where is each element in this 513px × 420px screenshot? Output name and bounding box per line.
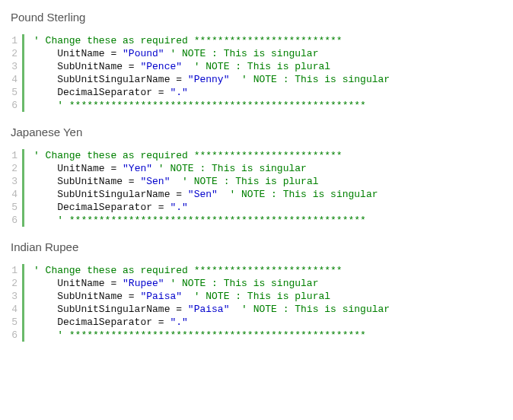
code-content: ' Change these as required *************… bbox=[24, 149, 378, 227]
code-line: SubUnitSingularName = "Sen" ' NOTE : Thi… bbox=[33, 188, 378, 201]
code-token: ' NOTE : This is singular bbox=[218, 189, 378, 200]
code-line: ' **************************************… bbox=[33, 99, 390, 112]
code-token: ' Change these as required *************… bbox=[33, 35, 343, 46]
code-token: "." bbox=[170, 87, 187, 98]
line-number: 2 bbox=[11, 277, 18, 290]
code-token: UnitName bbox=[33, 48, 110, 59]
line-number: 4 bbox=[11, 73, 18, 86]
line-number: 6 bbox=[11, 214, 18, 227]
code-token: UnitName bbox=[33, 278, 110, 289]
code-token: "Paisa" bbox=[188, 304, 230, 315]
line-number: 6 bbox=[11, 329, 18, 342]
code-line: SubUnitName = "Pence" ' NOTE : This is p… bbox=[33, 60, 390, 73]
code-token: ' NOTE : This is singular bbox=[164, 278, 319, 289]
code-line: UnitName = "Pound" ' NOTE : This is sing… bbox=[33, 47, 390, 60]
code-token: ' NOTE : This is plural bbox=[170, 176, 318, 187]
line-number: 6 bbox=[11, 99, 18, 112]
code-token: = bbox=[158, 87, 170, 98]
code-token: = bbox=[129, 176, 141, 187]
code-token: = bbox=[176, 189, 188, 200]
line-number: 3 bbox=[11, 175, 18, 188]
code-line: ' Change these as required *************… bbox=[33, 34, 390, 47]
code-token: SubUnitSingularName bbox=[33, 304, 176, 315]
code-token: SubUnitSingularName bbox=[33, 74, 176, 85]
code-token: = bbox=[110, 278, 123, 289]
code-token: = bbox=[158, 202, 170, 213]
section-heading: Pound Sterling bbox=[11, 11, 502, 24]
code-token: = bbox=[129, 291, 141, 302]
line-number-gutter: 123456 bbox=[11, 149, 24, 227]
code-line: SubUnitName = "Sen" ' NOTE : This is plu… bbox=[33, 175, 378, 188]
code-token: ' NOTE : This is plural bbox=[182, 61, 330, 72]
code-token: "Paisa" bbox=[140, 291, 182, 302]
code-line: DecimalSeparator = "." bbox=[33, 86, 390, 99]
code-token: ' **************************************… bbox=[33, 215, 366, 226]
code-token: SubUnitSingularName bbox=[33, 189, 176, 200]
line-number-gutter: 123456 bbox=[11, 34, 24, 112]
code-token: "Pound" bbox=[123, 48, 164, 59]
code-token: "Pence" bbox=[140, 61, 182, 72]
code-token: ' NOTE : This is plural bbox=[182, 291, 330, 302]
code-block: 123456' Change these as required *******… bbox=[11, 34, 502, 112]
line-number: 5 bbox=[11, 86, 18, 99]
code-line: ' Change these as required *************… bbox=[33, 149, 378, 162]
code-token: "Yen" bbox=[123, 163, 152, 174]
code-token: ' NOTE : This is singular bbox=[152, 163, 307, 174]
code-line: SubUnitName = "Paisa" ' NOTE : This is p… bbox=[33, 290, 390, 303]
document-root: Pound Sterling123456' Change these as re… bbox=[11, 11, 502, 342]
code-block: 123456' Change these as required *******… bbox=[11, 149, 502, 227]
code-token: DecimalSeparator bbox=[33, 317, 158, 328]
code-token: "Rupee" bbox=[123, 278, 164, 289]
code-token: "Penny" bbox=[188, 74, 230, 85]
code-token: = bbox=[129, 61, 141, 72]
line-number: 3 bbox=[11, 290, 18, 303]
code-token: UnitName bbox=[33, 163, 110, 174]
line-number: 1 bbox=[11, 264, 18, 277]
code-token: = bbox=[110, 163, 123, 174]
code-token: = bbox=[176, 304, 188, 315]
line-number: 5 bbox=[11, 316, 18, 329]
code-token: ' Change these as required *************… bbox=[33, 265, 343, 276]
code-line: UnitName = "Yen" ' NOTE : This is singul… bbox=[33, 162, 378, 175]
line-number: 2 bbox=[11, 162, 18, 175]
code-line: DecimalSeparator = "." bbox=[33, 316, 390, 329]
code-token: DecimalSeparator bbox=[33, 202, 158, 213]
code-token: ' **************************************… bbox=[33, 100, 366, 111]
code-token: SubUnitName bbox=[33, 291, 129, 302]
code-line: ' **************************************… bbox=[33, 214, 378, 227]
code-token: ' NOTE : This is singular bbox=[229, 304, 390, 315]
code-line: UnitName = "Rupee" ' NOTE : This is sing… bbox=[33, 277, 390, 290]
code-line: DecimalSeparator = "." bbox=[33, 201, 378, 214]
section-heading: Japanese Yen bbox=[11, 126, 502, 138]
code-token: "." bbox=[170, 317, 187, 328]
section-heading: Indian Rupee bbox=[11, 240, 502, 253]
code-line: SubUnitSingularName = "Penny" ' NOTE : T… bbox=[33, 73, 390, 86]
code-content: ' Change these as required *************… bbox=[24, 264, 390, 342]
line-number: 1 bbox=[11, 34, 18, 47]
code-token: ' NOTE : This is singular bbox=[229, 74, 390, 85]
line-number: 4 bbox=[11, 188, 18, 201]
code-token: SubUnitName bbox=[33, 176, 129, 187]
code-line: ' Change these as required *************… bbox=[33, 264, 390, 277]
code-token: DecimalSeparator bbox=[33, 87, 158, 98]
code-token: "." bbox=[170, 202, 187, 213]
code-token: = bbox=[110, 48, 123, 59]
code-token: = bbox=[158, 317, 170, 328]
code-token: = bbox=[176, 74, 188, 85]
code-token: "Sen" bbox=[140, 176, 170, 187]
code-line: SubUnitSingularName = "Paisa" ' NOTE : T… bbox=[33, 303, 390, 316]
line-number: 2 bbox=[11, 47, 18, 60]
line-number: 5 bbox=[11, 201, 18, 214]
code-token: ' **************************************… bbox=[33, 329, 366, 341]
line-number: 1 bbox=[11, 149, 18, 162]
code-token: "Sen" bbox=[188, 189, 218, 200]
code-token: ' NOTE : This is singular bbox=[164, 48, 319, 59]
line-number: 3 bbox=[11, 60, 18, 73]
code-block: 123456' Change these as required *******… bbox=[11, 264, 502, 342]
code-content: ' Change these as required *************… bbox=[24, 34, 390, 112]
code-token: ' Change these as required *************… bbox=[33, 150, 343, 161]
code-token: SubUnitName bbox=[33, 61, 129, 72]
line-number-gutter: 123456 bbox=[11, 264, 24, 342]
code-line: ' **************************************… bbox=[33, 329, 390, 342]
line-number: 4 bbox=[11, 303, 18, 316]
